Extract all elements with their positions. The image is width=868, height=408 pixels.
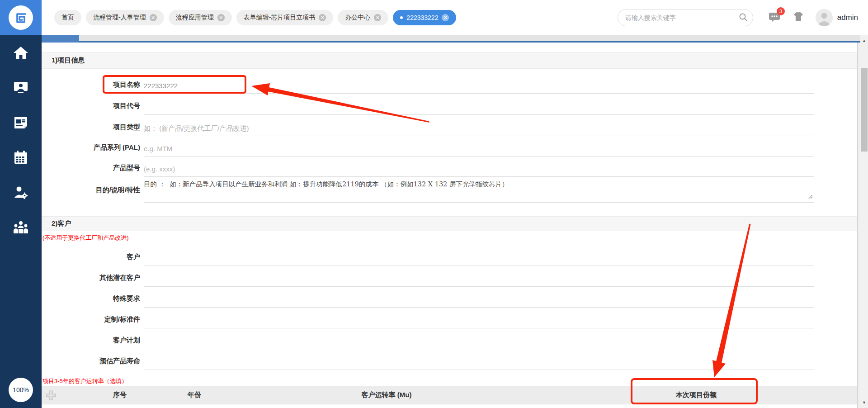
- field-label: 产品系列 (PAL): [42, 143, 140, 152]
- field-label: 项目类型: [42, 123, 140, 132]
- main-content: 1)项目信息 项目名称 项目代号 项目类型 产品系列 (PAL) 产品型号 目的…: [42, 35, 860, 408]
- avatar[interactable]: [816, 9, 833, 26]
- user-monitor-icon: [13, 80, 29, 95]
- field-row-purpose: 目的/说明/特性 目的 ： 如：新产品导入项目以产生新业务和利润 如：提升功能降…: [42, 176, 857, 203]
- section-title: 1)项目信息: [52, 56, 85, 65]
- plus-icon: [46, 390, 56, 400]
- field-label: 项目代号: [42, 102, 140, 110]
- close-icon[interactable]: ✕: [374, 14, 381, 21]
- product-series-input[interactable]: [144, 141, 814, 156]
- other-customers-input[interactable]: [144, 271, 814, 286]
- home-icon: [13, 45, 29, 61]
- field-label: 定制/标准件: [42, 315, 140, 324]
- section-header-project-info: 1)项目信息: [42, 52, 857, 69]
- tab-label: 流程应用管理: [176, 14, 214, 22]
- close-icon[interactable]: ✕: [217, 14, 225, 21]
- special-requirements-input[interactable]: [144, 292, 814, 307]
- tab-process-app[interactable]: 流程应用管理 ✕: [169, 10, 232, 25]
- field-label: 客户计划: [42, 336, 140, 345]
- section-header-customer: 2)客户: [42, 216, 857, 231]
- sidebar-item-home[interactable]: [0, 35, 42, 70]
- field-label: 特殊要求: [42, 294, 140, 303]
- tab-label: 首页: [61, 14, 74, 22]
- vertical-scrollbar[interactable]: ▲ ▼: [860, 35, 868, 408]
- tab-label: 办公中心: [345, 14, 370, 22]
- app-logo[interactable]: [0, 0, 42, 35]
- col-header-seq: 序号: [93, 386, 147, 404]
- sidebar-item-meeting[interactable]: [0, 209, 42, 244]
- search-icon[interactable]: [739, 13, 748, 24]
- col-header-project-share: 本次项目份额: [651, 386, 741, 404]
- field-row-product-model: 产品型号: [42, 156, 857, 177]
- field-row-project-type: 项目类型: [42, 115, 857, 136]
- sidebar: 100%: [0, 35, 42, 408]
- sidebar-item-user-monitor[interactable]: [0, 70, 42, 105]
- sidebar-item-news[interactable]: [0, 105, 42, 140]
- col-header-year: 年份: [167, 386, 222, 404]
- project-type-input[interactable]: [144, 121, 814, 136]
- field-row-special-requirements: 特殊要求: [42, 286, 857, 308]
- custom-standard-input[interactable]: [144, 313, 814, 328]
- field-row-other-customers: 其他潜在客户: [42, 266, 857, 287]
- calendar-icon: [13, 150, 29, 165]
- tab-bar: 首页 流程管理-人事管理 ✕ 流程应用管理 ✕ 表单编辑-芯片项目立项书 ✕ 办…: [54, 10, 618, 25]
- purpose-textarea[interactable]: 目的 ： 如：新产品导入项目以产生新业务和利润 如：提升功能降低2119的成本 …: [144, 177, 814, 202]
- field-row-project-code: 项目代号: [42, 94, 857, 115]
- customer-input[interactable]: [144, 251, 814, 266]
- resize-handle-icon[interactable]: [807, 193, 813, 201]
- tab-form-edit[interactable]: 表单编辑-芯片项目立项书 ✕: [236, 10, 334, 25]
- field-label: 目的/说明/特性: [42, 186, 140, 195]
- tab-process-hr[interactable]: 流程管理-人事管理 ✕: [86, 10, 164, 25]
- form-card: 1)项目信息 项目名称 项目代号 项目类型 产品系列 (PAL) 产品型号 目的…: [42, 43, 858, 408]
- username-label[interactable]: admin: [837, 13, 858, 22]
- logo-spiral-icon: [9, 5, 33, 30]
- field-row-product-series: 产品系列 (PAL): [42, 135, 857, 157]
- sidebar-item-user-settings[interactable]: [0, 175, 42, 209]
- project-code-input[interactable]: [144, 100, 814, 114]
- scroll-down-icon[interactable]: ▼: [860, 398, 868, 407]
- zoom-level-button[interactable]: 100%: [9, 378, 33, 402]
- zoom-level-label: 100%: [13, 386, 29, 394]
- tab-label: 表单编辑-芯片项目立项书: [244, 14, 316, 22]
- close-icon[interactable]: ✕: [442, 14, 449, 21]
- tab-home[interactable]: 首页: [54, 10, 81, 25]
- close-icon[interactable]: ✕: [150, 14, 157, 21]
- project-name-input[interactable]: [144, 78, 814, 93]
- customer-plan-input[interactable]: [144, 334, 814, 349]
- close-icon[interactable]: ✕: [319, 14, 326, 21]
- meeting-icon: [13, 219, 29, 235]
- tab-office-center[interactable]: 办公中心 ✕: [338, 10, 388, 25]
- turnover-table-note: 项目3-5年的客户运转率（选填）: [42, 377, 127, 385]
- field-label: 客户: [42, 253, 140, 261]
- field-label: 预估产品寿命: [42, 357, 140, 365]
- active-dot: [400, 16, 403, 19]
- inner-tabstrip: [42, 35, 860, 43]
- scrollbar-thumb[interactable]: [861, 68, 868, 152]
- message-badge: 3: [777, 7, 785, 15]
- add-row-button[interactable]: [46, 390, 56, 402]
- field-row-customer: 客户: [42, 245, 857, 266]
- product-life-input[interactable]: [144, 355, 814, 370]
- top-bar: 首页 流程管理-人事管理 ✕ 流程应用管理 ✕ 表单编辑-芯片项目立项书 ✕ 办…: [42, 0, 868, 35]
- tab-222333222-active[interactable]: 222333222 ✕: [393, 10, 456, 25]
- tab-label: 流程管理-人事管理: [93, 14, 146, 22]
- field-label: 其他潜在客户: [42, 274, 140, 282]
- col-header-turnover: 客户运转率 (Mu): [341, 386, 432, 404]
- customer-section-note: (不适用于更换代工厂和产品改进): [42, 234, 129, 242]
- inner-active-tab[interactable]: [42, 35, 79, 43]
- messages-button[interactable]: 3: [769, 11, 780, 24]
- tshirt-icon: [792, 11, 804, 22]
- section-title: 2)客户: [52, 219, 71, 228]
- news-icon: [13, 115, 29, 130]
- turnover-table-header: 序号 年份 客户运转率 (Mu) 本次项目份额: [42, 386, 857, 404]
- field-row-project-name: 项目名称: [42, 72, 857, 94]
- field-label: 产品型号: [42, 164, 140, 172]
- sidebar-item-calendar[interactable]: [0, 140, 42, 175]
- field-row-custom-standard: 定制/标准件: [42, 307, 857, 328]
- field-label: 项目名称: [42, 81, 140, 89]
- search-input[interactable]: [618, 9, 753, 26]
- scroll-up-icon[interactable]: ▲: [860, 36, 868, 45]
- field-row-customer-plan: 客户计划: [42, 328, 857, 349]
- product-model-input[interactable]: [144, 161, 814, 176]
- theme-button[interactable]: [792, 11, 804, 24]
